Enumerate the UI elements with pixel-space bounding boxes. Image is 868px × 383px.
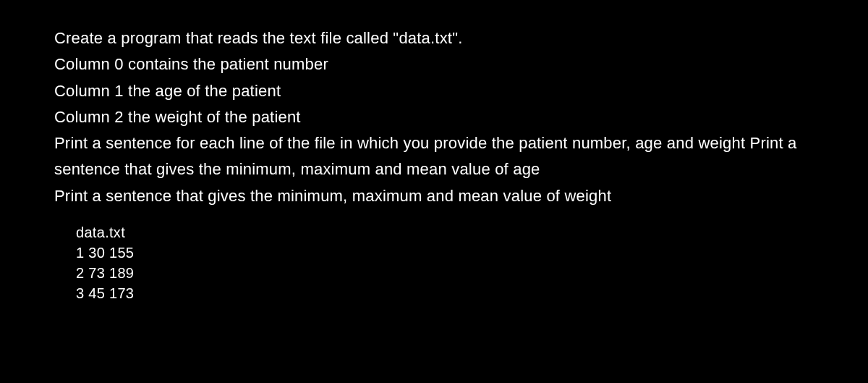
instruction-line-6: Print a sentence that gives the minimum,… [54, 183, 814, 209]
instruction-line-1: Create a program that reads the text fil… [54, 25, 814, 51]
instruction-line-3: Column 1 the age of the patient [54, 78, 814, 104]
data-file-content: data.txt 1 30 155 2 73 189 3 45 173 [54, 222, 814, 303]
problem-statement: Create a program that reads the text fil… [54, 25, 814, 209]
instruction-line-5: Print a sentence for each line of the fi… [54, 130, 814, 183]
data-row-3: 3 45 173 [76, 283, 814, 303]
instruction-line-4: Column 2 the weight of the patient [54, 104, 814, 130]
data-filename: data.txt [76, 222, 814, 243]
data-row-1: 1 30 155 [76, 243, 814, 263]
data-row-2: 2 73 189 [76, 263, 814, 283]
instruction-line-2: Column 0 contains the patient number [54, 51, 814, 77]
